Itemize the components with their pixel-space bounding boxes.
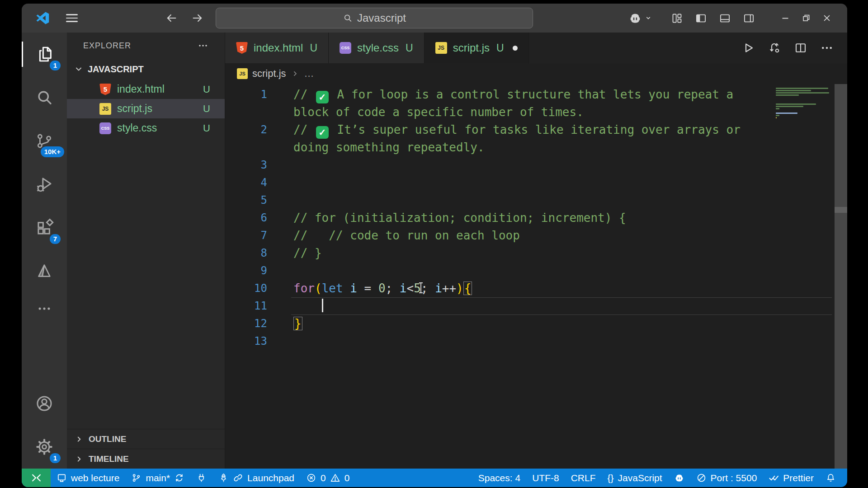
command-center-search[interactable]: Javascript bbox=[216, 8, 533, 28]
settings-button[interactable]: 1 bbox=[22, 425, 67, 469]
activity-extensions-button[interactable]: 7 bbox=[22, 206, 67, 249]
status-indentation[interactable]: Spaces: 4 bbox=[472, 469, 526, 487]
line-number: 9 bbox=[225, 262, 267, 280]
copilot-menu-button[interactable] bbox=[628, 11, 653, 25]
activity-more-button[interactable] bbox=[22, 293, 67, 324]
compare-changes-button[interactable] bbox=[768, 41, 781, 55]
nav-forward-button[interactable] bbox=[191, 12, 204, 24]
tab-script.js[interactable]: JS script.js U bbox=[425, 33, 529, 63]
tab-label: script.js bbox=[453, 42, 490, 54]
account-icon bbox=[35, 394, 54, 413]
status-copilot[interactable] bbox=[668, 469, 690, 487]
toggle-secondary-sidebar-button[interactable] bbox=[743, 12, 755, 24]
code-line-9: 9 bbox=[225, 262, 847, 280]
split-editor-button[interactable] bbox=[794, 41, 807, 55]
screen-icon bbox=[57, 473, 67, 483]
rocket-icon bbox=[218, 473, 229, 483]
status-encoding[interactable]: UTF-8 bbox=[526, 469, 565, 487]
line-number: 13 bbox=[225, 333, 267, 350]
activity-run-debug-button[interactable] bbox=[22, 163, 67, 206]
modified-dot-icon[interactable] bbox=[513, 46, 518, 51]
editor-more-actions-button[interactable] bbox=[820, 41, 834, 55]
minimize-button[interactable] bbox=[775, 8, 796, 28]
tab-label: index.html bbox=[254, 42, 303, 54]
accounts-button[interactable] bbox=[22, 382, 67, 425]
file-row-style.css[interactable]: CSS style.css U bbox=[67, 118, 225, 138]
html-file-icon: 5 bbox=[99, 84, 111, 95]
line-number: 2 bbox=[225, 121, 267, 139]
code-line-4: 4 bbox=[225, 174, 847, 192]
code-line-12: 12 } bbox=[225, 315, 847, 333]
file-name: script.js bbox=[117, 103, 152, 115]
activity-search-button[interactable] bbox=[22, 76, 67, 119]
chevron-right-icon bbox=[291, 69, 300, 78]
status-ports[interactable] bbox=[190, 469, 212, 487]
close-button[interactable] bbox=[816, 8, 837, 28]
run-debug-icon bbox=[35, 175, 54, 194]
minimap[interactable] bbox=[776, 88, 833, 122]
code-line-1-wrap: block of code a specific number of times… bbox=[225, 103, 847, 121]
chevron-right-icon bbox=[74, 434, 84, 444]
status-language[interactable]: {}JavaScript bbox=[602, 469, 668, 487]
file-row-index.html[interactable]: 5 index.html U bbox=[67, 80, 225, 99]
toggle-panel-button[interactable] bbox=[719, 12, 731, 24]
code-line-11: 11 bbox=[225, 297, 847, 315]
explorer-badge: 1 bbox=[50, 61, 61, 70]
tab-style.css[interactable]: CSS style.css U bbox=[329, 33, 425, 63]
chevron-down-icon bbox=[644, 14, 653, 23]
line-number: 5 bbox=[225, 192, 267, 209]
status-prettier[interactable]: Prettier bbox=[763, 469, 820, 487]
activity-prism-extension-button[interactable] bbox=[22, 249, 67, 293]
file-row-script.js[interactable]: JS script.js U bbox=[67, 99, 225, 118]
run-file-button[interactable] bbox=[741, 41, 755, 55]
copilot-icon bbox=[628, 11, 642, 25]
activity-source-control-button[interactable]: 10K+ bbox=[22, 119, 67, 163]
git-status-untracked: U bbox=[203, 84, 210, 95]
editor-group: 5 index.html U CSS style.css U JS script… bbox=[225, 33, 847, 469]
sync-icon bbox=[174, 473, 184, 483]
extensions-icon bbox=[35, 218, 54, 237]
search-value: Javascript bbox=[357, 12, 406, 24]
explorer-more-actions-button[interactable] bbox=[198, 40, 208, 51]
status-git-branch[interactable]: main* bbox=[125, 469, 190, 487]
status-bar: web lecture main* Launchpad 00 Spaces: 4… bbox=[22, 469, 847, 487]
breadcrumb[interactable]: JS script.js … bbox=[225, 63, 847, 84]
bell-icon bbox=[826, 473, 836, 483]
git-status-untracked: U bbox=[406, 42, 413, 54]
explorer-title: EXPLORER bbox=[83, 41, 131, 51]
ellipsis-icon bbox=[198, 40, 208, 51]
copilot-icon bbox=[674, 473, 684, 483]
toggle-primary-sidebar-button[interactable] bbox=[695, 12, 707, 24]
tab-label: style.css bbox=[357, 42, 399, 54]
nav-back-button[interactable] bbox=[165, 12, 178, 24]
outline-section-header[interactable]: OUTLINE bbox=[67, 429, 225, 449]
line-number: 10 bbox=[225, 280, 267, 297]
status-live-port[interactable]: Port : 5500 bbox=[690, 469, 763, 487]
menu-hamburger-icon[interactable] bbox=[66, 14, 78, 22]
tab-index.html[interactable]: 5 index.html U bbox=[225, 33, 329, 63]
warning-icon bbox=[330, 473, 340, 483]
editor-scrollbar[interactable] bbox=[835, 84, 847, 469]
js-file-icon: JS bbox=[435, 42, 447, 54]
timeline-section-header[interactable]: TIMELINE bbox=[67, 449, 225, 469]
code-line-8: 8 // } bbox=[225, 244, 847, 262]
activity-explorer-button[interactable]: 1 bbox=[22, 33, 67, 76]
code-editor[interactable]: 1 // ✓ A for loop is a control structure… bbox=[225, 84, 847, 469]
prism-icon bbox=[35, 262, 53, 280]
html-file-icon: 5 bbox=[236, 42, 248, 54]
js-file-icon: JS bbox=[237, 68, 248, 79]
file-name: style.css bbox=[117, 122, 157, 134]
remote-indicator[interactable] bbox=[22, 469, 51, 487]
git-status-untracked: U bbox=[203, 103, 210, 115]
status-problems[interactable]: 00 bbox=[300, 469, 355, 487]
customize-layout-button[interactable] bbox=[671, 12, 683, 24]
current-line-highlight bbox=[291, 297, 832, 315]
status-web-lecture[interactable]: web lecture bbox=[51, 469, 125, 487]
status-notifications[interactable] bbox=[820, 469, 842, 487]
line-number: 8 bbox=[225, 244, 267, 262]
status-eol[interactable]: CRLF bbox=[565, 469, 602, 487]
maximize-button[interactable] bbox=[796, 8, 816, 28]
status-launchpad[interactable]: Launchpad bbox=[212, 469, 300, 487]
line-number: 4 bbox=[225, 174, 267, 192]
folder-row-javascript[interactable]: JAVASCRIPT bbox=[67, 59, 225, 80]
